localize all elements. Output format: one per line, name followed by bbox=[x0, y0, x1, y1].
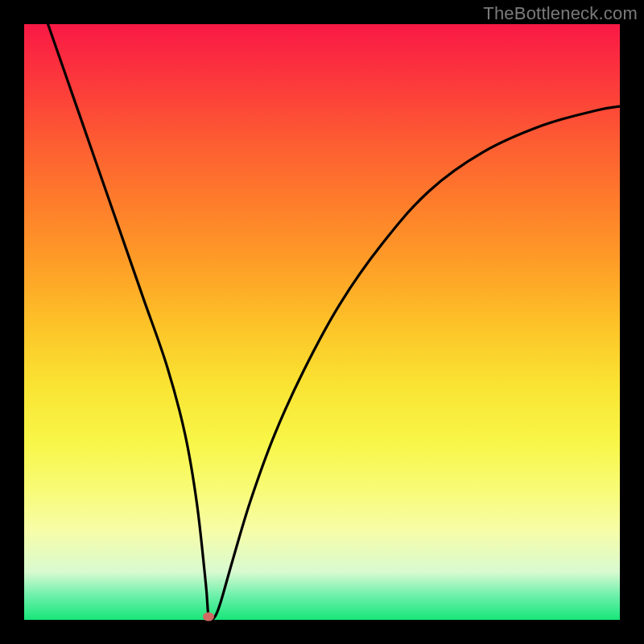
minimum-marker bbox=[203, 613, 214, 621]
bottleneck-curve bbox=[24, 24, 620, 620]
plot-area bbox=[24, 24, 620, 620]
watermark: TheBottleneck.com bbox=[483, 3, 638, 24]
chart-container: TheBottleneck.com bbox=[0, 0, 644, 644]
